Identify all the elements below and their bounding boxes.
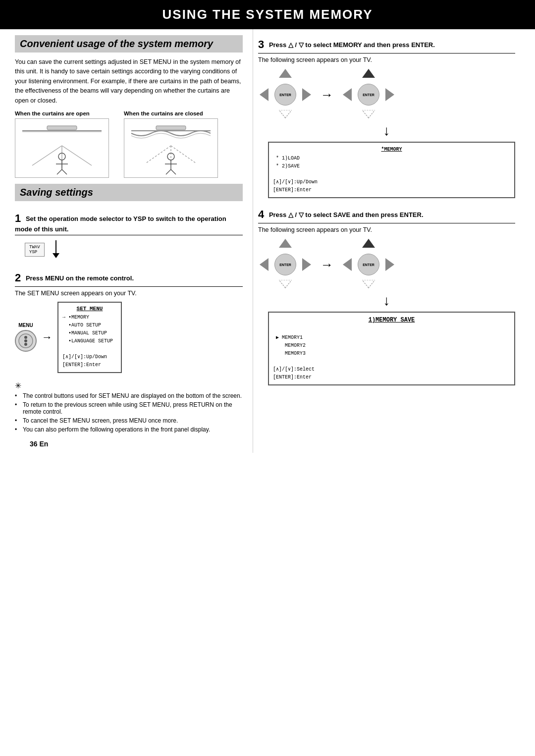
svg-line-3: [32, 146, 62, 165]
set-menu-box: SET MENU → •MEMORY •AUTO SETUP •MANUAL S…: [57, 302, 122, 373]
selector-arrow: [49, 239, 63, 261]
step4-text: Press △ / ▽ to select SAVE and then pres…: [269, 211, 424, 218]
step3-arrow: →: [321, 87, 333, 103]
save-title: 1)MEMORY SAVE: [273, 316, 510, 325]
step4-sub: The following screen appears on your TV.: [258, 226, 515, 233]
step4-diagram: ENTER → ENTER: [258, 237, 515, 292]
section2-title: Saving settings: [15, 184, 243, 201]
mem-item-nav1: [∧]/[∨]:Up/Down: [273, 178, 510, 186]
step4-down-arrow: ↓: [258, 292, 515, 310]
step2-sub: The SET MENU screen appears on your TV.: [15, 290, 243, 297]
nav-up-4a: [279, 239, 292, 248]
step1-header: 1 Set the operation mode selector to YSP…: [15, 208, 243, 235]
note-item-3: • To cancel the SET MENU screen, press M…: [15, 417, 243, 424]
svg-rect-12: [156, 126, 186, 130]
step3-nav-circle-after: ENTER: [341, 67, 396, 122]
set-menu-title: SET MENU: [62, 306, 117, 312]
menu-button-diagram: MENU: [15, 323, 37, 352]
curtain-open-diagram: [15, 118, 109, 178]
svg-point-26: [24, 343, 27, 346]
curtain-diagrams: When the curtains are open: [15, 110, 243, 178]
note-item-1: • The control buttons used for SET MENU …: [15, 392, 243, 399]
note-star: ✳: [15, 381, 243, 390]
nav-up-triangle-2: [362, 69, 375, 78]
step4-arrow: →: [321, 257, 333, 272]
nav-right-triangle-2: [385, 88, 394, 101]
memory-save-menu-box: 1)MEMORY SAVE ▶ MEMORY1 MEMORY2 MEMORY3 …: [268, 312, 515, 385]
page-header: USING THE SYSTEM MEMORY: [0, 0, 535, 29]
step3-number: 3: [258, 38, 264, 51]
nav-left-triangle: [260, 88, 268, 101]
svg-line-15: [171, 146, 196, 163]
step1-number: 1: [15, 212, 21, 224]
mem-item-nav2: [ENTER]:Enter: [273, 186, 510, 194]
enter-button-4: ENTER: [358, 254, 379, 275]
step2-header: 2 Press MENU on the remote control.: [15, 268, 243, 287]
set-menu-item-1: → •MEMORY: [62, 314, 117, 322]
svg-line-20: [171, 169, 176, 174]
svg-line-10: [62, 169, 67, 174]
step3-down-arrow: ↓: [258, 122, 515, 140]
step3-header: 3 Press △ / ▽ to select MEMORY and then …: [258, 34, 515, 54]
svg-line-19: [166, 169, 171, 174]
enter-button-2: ENTER: [358, 84, 379, 106]
step3-sub: The following screen appears on your TV.: [258, 56, 515, 63]
left-column: Convenient usage of the system memory Yo…: [15, 29, 253, 453]
section1-body: You can save the current settings adjust…: [15, 57, 243, 106]
svg-line-5: [62, 146, 92, 165]
nav-right-4a: [302, 258, 311, 271]
set-menu-item-7: [ENTER]:Enter: [62, 361, 117, 369]
nav-left-4b: [343, 258, 352, 271]
save-mem2: MEMORY2: [273, 342, 510, 350]
section1-title: Convenient usage of the system memory: [15, 35, 243, 53]
svg-point-25: [24, 339, 27, 342]
step3-nav-circle-before: ENTER: [258, 67, 313, 122]
mem-title: *MEMORY: [273, 146, 510, 154]
set-menu-item-3: •MANUAL SETUP: [62, 329, 117, 337]
mem-item-blank: [273, 170, 510, 178]
svg-marker-30: [362, 280, 375, 288]
step4-nav-circle-after: ENTER: [341, 237, 396, 292]
nav-up-triangle: [279, 69, 292, 78]
svg-point-24: [24, 336, 27, 339]
step2-number: 2: [15, 271, 21, 284]
selector-diagram: TWAV YSP: [25, 239, 243, 261]
svg-line-13: [146, 146, 171, 163]
enter-button-3: ENTER: [274, 254, 296, 275]
step4-header: 4 Press △ / ▽ to select SAVE and then pr…: [258, 204, 515, 223]
nav-left-triangle-2: [343, 88, 352, 101]
set-menu-item-2: •AUTO SETUP: [62, 322, 117, 329]
notes-section: ✳ • The control buttons used for SET MEN…: [15, 381, 243, 433]
memory-menu-box: *MEMORY * 1)LOAD * 2)SAVE [∧]/[∨]:Up/Dow…: [268, 142, 515, 198]
save-blank: [273, 326, 510, 334]
mem-item-2: * 2)SAVE: [273, 162, 510, 170]
svg-marker-22: [53, 253, 59, 258]
svg-marker-28: [362, 110, 375, 118]
step3-text: Press △ / ▽ to select MEMORY and then pr…: [269, 41, 435, 49]
step2-arrow: →: [42, 331, 53, 344]
step3-diagram: ENTER → ENTER: [258, 67, 515, 122]
save-nav1: [∧]/[∨]:Select: [273, 366, 510, 374]
right-column: 3 Press △ / ▽ to select MEMORY and then …: [253, 29, 515, 453]
nav-left-4a: [260, 258, 268, 271]
enter-button: ENTER: [274, 84, 296, 106]
save-blank2: [273, 358, 510, 366]
nav-right-triangle: [302, 88, 311, 101]
set-menu-item-6: [∧]/[∨]:Up/Down: [62, 353, 117, 361]
curtain-closed-diagram: [124, 118, 218, 178]
curtain-open-label: When the curtains are open: [15, 110, 114, 116]
nav-up-4b: [362, 239, 375, 248]
set-menu-item-5: [62, 345, 117, 353]
memory-save-box-container: 1)MEMORY SAVE ▶ MEMORY1 MEMORY2 MEMORY3 …: [268, 312, 515, 385]
save-nav2: [ENTER]:Enter: [273, 374, 510, 381]
note-item-2: • To return to the previous screen while…: [15, 401, 243, 415]
header-title: USING THE SYSTEM MEMORY: [162, 7, 373, 22]
save-mem1: ▶ MEMORY1: [273, 334, 510, 342]
curtain-closed-item: When the curtains are closed: [124, 110, 223, 178]
page: USING THE SYSTEM MEMORY Convenient usage…: [0, 0, 535, 756]
mem-item-1: * 1)LOAD: [273, 155, 510, 162]
page-number: 36 En: [15, 435, 243, 453]
svg-marker-29: [279, 280, 292, 288]
curtain-open-item: When the curtains are open: [15, 110, 114, 178]
set-menu-item-4: •LANGUAGE SETUP: [62, 337, 117, 345]
